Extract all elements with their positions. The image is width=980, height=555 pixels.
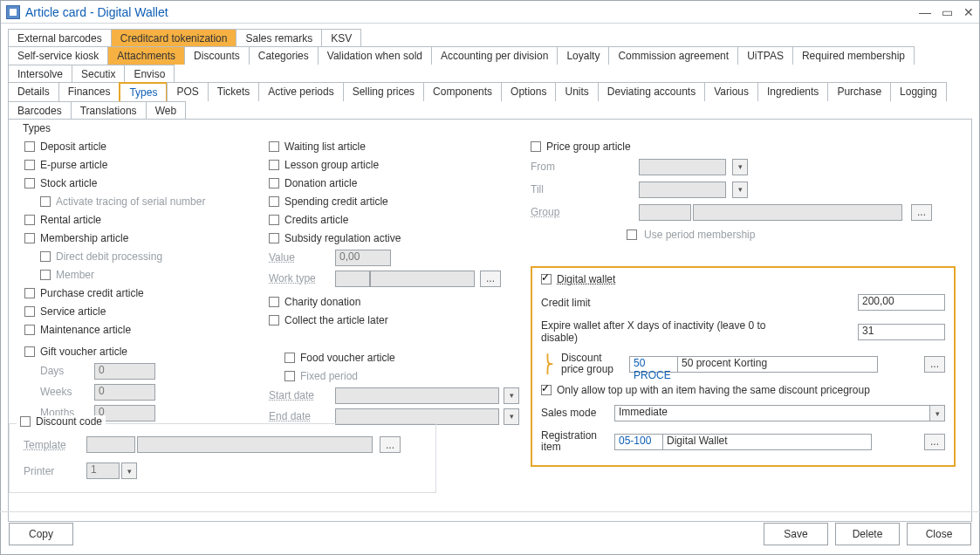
tab-secutix[interactable]: Secutix bbox=[72, 65, 125, 83]
sales-mode-dropdown[interactable]: ▾ bbox=[929, 405, 945, 421]
tab-various[interactable]: Various bbox=[704, 82, 758, 101]
tab-units[interactable]: Units bbox=[555, 82, 598, 101]
delete-button[interactable]: Delete bbox=[835, 523, 900, 545]
food-voucher-label: Food voucher article bbox=[300, 352, 395, 364]
discount-browse-button[interactable]: ... bbox=[924, 356, 945, 373]
tab-translations[interactable]: Translations bbox=[71, 101, 147, 120]
discount-desc-input[interactable]: 50 procent Korting bbox=[677, 356, 878, 373]
end-date-input bbox=[335, 408, 499, 425]
spending-credit-checkbox[interactable] bbox=[269, 196, 279, 207]
group-browse-button[interactable]: ... bbox=[911, 204, 932, 221]
food-voucher-checkbox[interactable] bbox=[284, 353, 295, 363]
tab-components[interactable]: Components bbox=[423, 82, 502, 101]
tab-discounts[interactable]: Discounts bbox=[184, 46, 250, 65]
tab-details[interactable]: Details bbox=[8, 82, 59, 101]
tab-logging[interactable]: Logging bbox=[890, 82, 947, 101]
brace-icon: ⎬ bbox=[541, 359, 554, 369]
tab-row-3: Details Finances Types POS Tickets Activ… bbox=[8, 82, 972, 120]
tab-attachments[interactable]: Attachments bbox=[107, 46, 185, 65]
subsidy-checkbox[interactable] bbox=[269, 233, 279, 243]
purchase-credit-checkbox[interactable] bbox=[24, 288, 35, 298]
close-window-button[interactable]: ✕ bbox=[963, 5, 974, 19]
activate-tracing-label: Activate tracing of serial number bbox=[56, 195, 205, 208]
tab-web[interactable]: Web bbox=[146, 101, 186, 120]
tab-tickets[interactable]: Tickets bbox=[208, 82, 260, 101]
template-code-input bbox=[86, 436, 135, 453]
tab-creditcard-tokenization[interactable]: Creditcard tokenization bbox=[111, 29, 237, 47]
gift-voucher-checkbox[interactable] bbox=[24, 346, 35, 357]
tab-enviso[interactable]: Enviso bbox=[124, 65, 175, 83]
copy-button[interactable]: Copy bbox=[9, 523, 73, 545]
price-group-checkbox[interactable] bbox=[531, 141, 541, 152]
tab-accounting-per-division[interactable]: Accounting per division bbox=[431, 46, 558, 65]
tab-categories[interactable]: Categories bbox=[249, 46, 319, 65]
deposit-label: Deposit article bbox=[40, 140, 106, 153]
donation-checkbox[interactable] bbox=[269, 178, 279, 188]
only-allow-topup-checkbox[interactable] bbox=[541, 385, 552, 395]
worktype-browse-button[interactable]: ... bbox=[480, 271, 501, 287]
collect-later-checkbox[interactable] bbox=[269, 315, 279, 325]
tab-intersolve[interactable]: Intersolve bbox=[8, 65, 72, 83]
digital-wallet-checkbox[interactable] bbox=[541, 274, 552, 284]
direct-debit-label: Direct debit processing bbox=[56, 250, 162, 263]
close-button[interactable]: Close bbox=[907, 523, 971, 545]
tab-row-2: Self-service kiosk Attachments Discounts… bbox=[8, 46, 972, 83]
tab-loyalty[interactable]: Loyalty bbox=[557, 46, 609, 65]
app-icon bbox=[6, 5, 20, 19]
registration-browse-button[interactable]: ... bbox=[924, 434, 945, 450]
tab-external-barcodes[interactable]: External barcodes bbox=[8, 29, 112, 47]
epurse-label: E-purse article bbox=[40, 159, 107, 171]
rental-checkbox[interactable] bbox=[24, 215, 35, 225]
tab-uitpas[interactable]: UiTPAS bbox=[737, 46, 793, 65]
stock-checkbox[interactable] bbox=[24, 178, 35, 188]
template-browse-button[interactable]: ... bbox=[380, 436, 401, 453]
service-label: Service article bbox=[40, 305, 106, 318]
discount-code-input[interactable]: 50 PROCE bbox=[629, 356, 678, 373]
tab-required-membership[interactable]: Required membership bbox=[792, 46, 915, 65]
membership-checkbox[interactable] bbox=[24, 233, 35, 243]
save-button[interactable]: Save bbox=[764, 523, 828, 545]
only-allow-topup-label: Only allow top up with an item having th… bbox=[557, 384, 870, 396]
tab-ingredients[interactable]: Ingredients bbox=[757, 82, 828, 101]
tab-purchase[interactable]: Purchase bbox=[827, 82, 891, 101]
lesson-group-checkbox[interactable] bbox=[269, 160, 279, 170]
expire-input[interactable]: 31 bbox=[858, 324, 945, 340]
minimize-button[interactable]: — bbox=[919, 5, 931, 19]
printer-label: Printer bbox=[24, 465, 79, 477]
tab-ksv[interactable]: KSV bbox=[321, 29, 361, 47]
maintenance-checkbox[interactable] bbox=[24, 325, 35, 335]
tab-finances[interactable]: Finances bbox=[58, 82, 120, 101]
service-checkbox[interactable] bbox=[24, 306, 35, 317]
purchase-credit-label: Purchase credit article bbox=[40, 287, 144, 299]
sales-mode-select[interactable]: Immediate bbox=[614, 405, 930, 421]
credit-limit-label: Credit limit bbox=[541, 297, 803, 309]
credits-checkbox[interactable] bbox=[269, 215, 279, 225]
tab-validation-when-sold[interactable]: Validation when sold bbox=[318, 46, 432, 65]
maximize-button[interactable]: ▭ bbox=[942, 5, 953, 19]
credit-limit-input[interactable]: 200,00 bbox=[858, 294, 945, 311]
registration-code-input[interactable]: 05-100 bbox=[614, 434, 663, 450]
registration-desc-input[interactable]: Digital Wallet bbox=[662, 434, 872, 450]
discount-code-group: Discount code Template ... Printer 1 ▾ bbox=[9, 423, 436, 493]
tab-barcodes[interactable]: Barcodes bbox=[8, 101, 72, 120]
tab-deviating-accounts[interactable]: Deviating accounts bbox=[598, 82, 705, 101]
discount-code-checkbox[interactable] bbox=[20, 416, 31, 427]
days-label: Days bbox=[40, 365, 94, 377]
digital-wallet-title: Digital wallet bbox=[557, 273, 615, 285]
tab-types[interactable]: Types bbox=[119, 82, 168, 101]
tab-options[interactable]: Options bbox=[501, 82, 556, 101]
tab-active-periods[interactable]: Active periods bbox=[258, 82, 343, 101]
tab-sales-remarks[interactable]: Sales remarks bbox=[236, 29, 322, 47]
maintenance-label: Maintenance article bbox=[40, 324, 131, 336]
tab-selling-prices[interactable]: Selling prices bbox=[343, 82, 424, 101]
subsidy-label: Subsidy regulation active bbox=[284, 232, 401, 244]
deposit-checkbox[interactable] bbox=[24, 141, 35, 152]
tab-pos[interactable]: POS bbox=[167, 82, 208, 101]
donation-label: Donation article bbox=[284, 177, 357, 189]
waiting-list-checkbox[interactable] bbox=[269, 141, 279, 152]
tab-commission-agreement[interactable]: Commission agreement bbox=[608, 46, 738, 65]
epurse-checkbox[interactable] bbox=[24, 160, 35, 170]
tab-self-service-kiosk[interactable]: Self-service kiosk bbox=[8, 46, 108, 65]
credits-label: Credits article bbox=[284, 214, 348, 226]
charity-checkbox[interactable] bbox=[269, 297, 279, 307]
